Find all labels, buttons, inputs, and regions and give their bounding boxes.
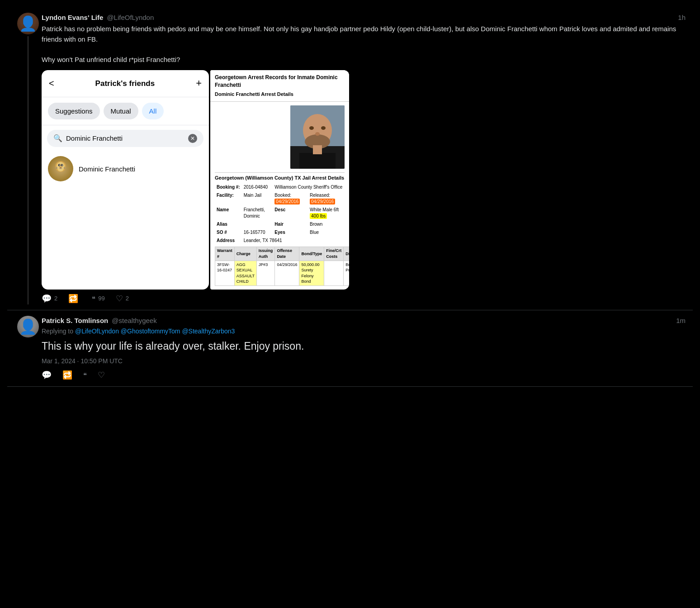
svg-point-5: [59, 165, 60, 166]
tweet1-display-name[interactable]: Lyndon Evans' Life: [42, 13, 103, 22]
like-action[interactable]: ♡ 2: [116, 293, 129, 304]
arrest-text-left: [215, 105, 286, 169]
fb-tab-all[interactable]: All: [142, 103, 164, 119]
address-value: Leander, TX 78641: [242, 237, 345, 245]
desc-value: White Male 6ft 400 lbs: [308, 206, 345, 220]
tweet1-avatar[interactable]: 👤: [17, 13, 39, 34]
fb-friend-name[interactable]: Dominic Franchetti: [79, 164, 135, 174]
fb-tab-mutual[interactable]: Mutual: [104, 103, 138, 119]
name-value: Franchetti, Dominic: [242, 206, 273, 220]
reply-to-text: Replying to: [42, 328, 75, 335]
booked-label-text: Booked:: [274, 193, 291, 198]
fb-search-bar[interactable]: 🔍 ✕: [47, 130, 203, 147]
weight-value: 400 lbs: [310, 213, 327, 219]
col-offense-date: Offense Date: [275, 247, 299, 261]
tweet-1: 👤 Lyndon Evans' Life @LifeOfLyndon 1h Pa…: [7, 7, 693, 310]
bond-value: 50,000.00 Surety Felony Bond: [299, 261, 324, 285]
like-count: 2: [126, 294, 129, 303]
arrest-photo-row: [215, 105, 345, 169]
reply-action[interactable]: 💬 2: [42, 293, 57, 304]
tweet2-meta-left: Patrick S. Tomlinson @stealthygeek: [42, 316, 157, 325]
svg-rect-23: [313, 145, 322, 154]
charge-table-body: 3FSW-16-0247 AGG SEXUAL ASSAULT CHILD JP…: [215, 261, 350, 285]
table-row: Address Leander, TX 78641: [215, 237, 345, 245]
address-label: Address: [215, 237, 242, 245]
svg-point-20: [321, 126, 326, 130]
retweet-action[interactable]: 🔁: [68, 293, 81, 304]
svg-point-19: [309, 126, 314, 130]
fb-search-input[interactable]: [66, 134, 184, 142]
tweet1-text: Patrick has no problem being friends wit…: [42, 24, 686, 65]
col-charge: Charge: [234, 247, 256, 261]
reply-to-label: Replying to @LifeOfLyndon @GhostoftommyT…: [42, 327, 686, 336]
col-issuing: Issuing Auth: [256, 247, 275, 261]
name-label: Name: [215, 206, 242, 220]
reply-icon-2: 💬: [42, 370, 52, 381]
released-label-text: Released:: [310, 193, 330, 198]
disposition-value: Bond Posted: [344, 261, 349, 285]
alias-label: Alias: [215, 220, 242, 228]
svg-point-6: [62, 165, 63, 166]
tweet2-body: Patrick S. Tomlinson @stealthygeek 1m Re…: [42, 316, 686, 381]
booked-value: 04/29/2016: [274, 199, 300, 204]
quote-icon: ❝: [92, 294, 95, 304]
fb-title: Patrick's friends: [95, 78, 155, 89]
williamson-label: Williamson County Sheriff's Office: [273, 183, 345, 191]
retweet-action-2[interactable]: 🔁: [62, 370, 72, 381]
tweet2-text: This is why your life is already over, s…: [42, 339, 686, 353]
fb-back-button[interactable]: <: [49, 77, 54, 90]
fb-friend-item[interactable]: Dominic Franchetti: [42, 152, 209, 186]
tweet2-username[interactable]: @stealthygeek: [112, 316, 156, 325]
table-row: Facility: Main Jail Booked: 04/29/2016 R…: [215, 191, 345, 206]
thread-col-2: 👤: [14, 316, 42, 381]
so-label: SO #: [215, 228, 242, 237]
quote-action-2[interactable]: ❝: [83, 370, 87, 380]
facility-value: Main Jail: [242, 191, 273, 206]
facility-label: Facility:: [215, 191, 242, 206]
mugshot-svg: [290, 105, 345, 169]
quote-action[interactable]: ❝ 99: [92, 294, 104, 304]
fb-search-clear-button[interactable]: ✕: [188, 134, 197, 143]
reply-to-link3[interactable]: @StealthyZarbon3: [182, 328, 235, 335]
released-value: 04/29/2016: [310, 199, 335, 204]
charge-value: AGG SEXUAL ASSAULT CHILD: [234, 261, 256, 285]
quote-count: 99: [98, 294, 104, 303]
svg-point-8: [60, 167, 61, 169]
svg-rect-22: [299, 153, 336, 169]
booked-label: Booked: 04/29/2016: [273, 191, 308, 206]
desc-label: Desc: [273, 206, 308, 220]
lion-svg: [49, 157, 72, 180]
tweet1-time: 1h: [678, 13, 686, 22]
reply-to-link1[interactable]: @LifeOfLyndon: [75, 328, 119, 335]
reply-action-2[interactable]: 💬: [42, 370, 52, 381]
tweet2-avatar[interactable]: 👤: [17, 316, 39, 337]
arrest-section-title: Georgetown (Williamson County) TX Jail A…: [215, 172, 345, 183]
reply-icon: 💬: [42, 293, 52, 304]
fb-header: < Patrick's friends +: [42, 70, 209, 97]
arrest-header: Georgetown Arrest Records for Inmate Dom…: [210, 70, 349, 102]
retweet-icon-2: 🔁: [62, 370, 72, 381]
table-row: Warrant # Charge Issuing Auth Offense Da…: [215, 247, 350, 261]
tweet2-actions: 💬 🔁 ❝ ♡: [42, 370, 686, 381]
tweet2-display-name[interactable]: Patrick S. Tomlinson: [42, 316, 108, 325]
tweet-2: 👤 Patrick S. Tomlinson @stealthygeek 1m …: [7, 310, 693, 387]
arrest-details-title: Dominic Franchetti Arrest Details: [215, 91, 345, 98]
fb-friends-panel: < Patrick's friends + Suggestions Mutual…: [42, 70, 209, 290]
reply-count: 2: [54, 294, 57, 303]
fb-tabs: Suggestions Mutual All: [42, 97, 209, 125]
fine-value: [324, 261, 344, 285]
fb-add-button[interactable]: +: [196, 76, 202, 90]
arrest-content: Georgetown (Williamson County) TX Jail A…: [210, 102, 349, 290]
like-action-2[interactable]: ♡: [98, 370, 105, 381]
tweet2-time: 1m: [676, 316, 686, 325]
hair-value: Brown: [308, 220, 345, 228]
offense-date-value: 04/29/2016: [275, 261, 299, 285]
tweet1-actions: 💬 2 🔁 ❝ 99 ♡ 2: [42, 293, 686, 304]
reply-to-link2[interactable]: @GhostoftommyTom: [121, 328, 180, 335]
released-cell: Released: 04/29/2016: [308, 191, 345, 206]
tweet1-username[interactable]: @LifeOfLyndon: [107, 13, 154, 22]
fb-tab-suggestions[interactable]: Suggestions: [48, 103, 100, 119]
hair-label: Hair: [273, 220, 308, 228]
so-value: 16-165770: [242, 228, 273, 237]
col-warrant: Warrant #: [215, 247, 235, 261]
